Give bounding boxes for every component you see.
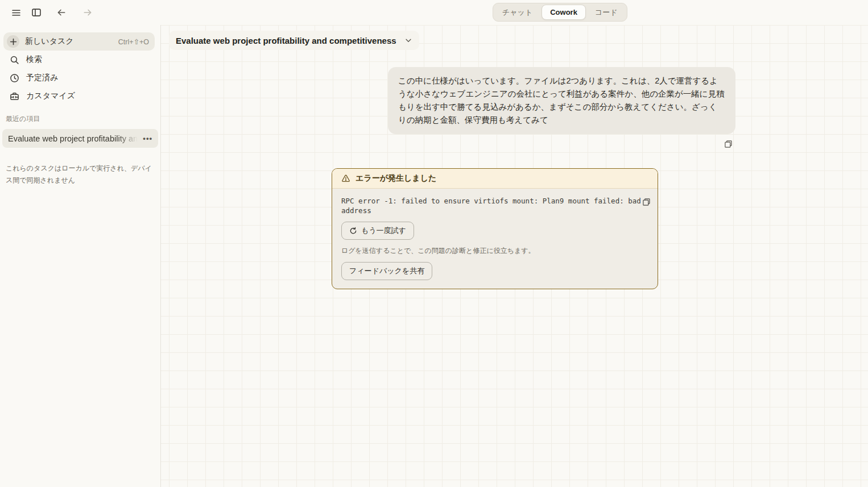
error-title: エラーが発生しました bbox=[356, 173, 436, 184]
hamburger-menu-icon[interactable] bbox=[7, 3, 25, 22]
page-title: Evaluate web project profitability and c… bbox=[176, 36, 396, 45]
error-card-body: RPC error -1: failed to ensure virtiofs … bbox=[332, 189, 658, 289]
sidebar-item-label: 予定済み bbox=[26, 73, 58, 83]
ellipsis-menu-icon[interactable]: ••• bbox=[142, 135, 154, 142]
error-card-header: エラーが発生しました bbox=[332, 169, 658, 189]
sidebar-item-label: カスタマイズ bbox=[26, 91, 75, 101]
retry-icon bbox=[349, 227, 357, 235]
new-task-shortcut: Ctrl+⇧+O bbox=[118, 38, 151, 46]
tab-code[interactable]: コード bbox=[587, 5, 626, 20]
new-task-label: 新しいタスク bbox=[25, 36, 74, 47]
sidebar-item-label: 検索 bbox=[26, 55, 42, 65]
app-window: チャット Cowork コード 新しいタスク Ctrl+⇧+O bbox=[0, 0, 868, 487]
sidebar-item-search[interactable]: 検索 bbox=[3, 51, 157, 69]
tab-cowork[interactable]: Cowork bbox=[542, 5, 586, 20]
retry-button-label: もう一度試す bbox=[361, 226, 406, 236]
error-message-text: RPC error -1: failed to ensure virtiofs … bbox=[341, 196, 644, 215]
clock-icon bbox=[8, 72, 20, 84]
topbar: チャット Cowork コード bbox=[0, 0, 868, 25]
recent-section-label: 最近の項目 bbox=[6, 114, 160, 124]
sidebar: 新しいタスク Ctrl+⇧+O 検索 予定済み bbox=[0, 25, 161, 487]
share-feedback-label: フィードバックを共有 bbox=[349, 266, 424, 276]
copy-message-icon[interactable] bbox=[722, 138, 734, 149]
recent-task-item[interactable]: Evaluate web project profitability and c… bbox=[2, 129, 158, 148]
sidebar-item-customize[interactable]: カスタマイズ bbox=[3, 87, 157, 105]
toolbox-icon bbox=[8, 90, 20, 102]
user-message-text: この中に仕様がはいっています。ファイルは2つあります。これは、2人で運営するよう… bbox=[398, 76, 725, 124]
share-feedback-button[interactable]: フィードバックを共有 bbox=[341, 262, 432, 280]
copy-error-icon[interactable] bbox=[640, 196, 652, 207]
mode-tab-group: チャット Cowork コード bbox=[493, 3, 627, 22]
sidebar-footer-note: これらのタスクはローカルで実行され、デバイス間で同期されません bbox=[6, 163, 155, 186]
error-card: エラーが発生しました RPC error -1: failed to ensur… bbox=[332, 168, 658, 289]
sidebar-item-scheduled[interactable]: 予定済み bbox=[3, 69, 157, 87]
warning-icon bbox=[341, 174, 350, 183]
sidebar-toggle-icon[interactable] bbox=[27, 3, 46, 22]
tab-chat[interactable]: チャット bbox=[494, 5, 540, 20]
main-area: Evaluate web project profitability and c… bbox=[161, 25, 868, 487]
search-icon bbox=[8, 53, 20, 66]
log-note-text: ログを送信することで、この問題の診断と修正に役立ちます。 bbox=[341, 246, 648, 256]
chevron-down-icon bbox=[404, 36, 412, 44]
recent-task-title: Evaluate web project profitability and c… bbox=[8, 134, 142, 143]
plus-icon bbox=[7, 35, 19, 48]
user-message-bubble: この中に仕様がはいっています。ファイルは2つあります。これは、2人で運営するよう… bbox=[388, 67, 735, 134]
forward-arrow-icon[interactable] bbox=[78, 3, 97, 22]
retry-button[interactable]: もう一度試す bbox=[341, 222, 414, 240]
back-arrow-icon[interactable] bbox=[52, 3, 71, 22]
new-task-button[interactable]: 新しいタスク Ctrl+⇧+O bbox=[3, 32, 155, 51]
task-title-dropdown[interactable]: Evaluate web project profitability and c… bbox=[169, 31, 419, 50]
